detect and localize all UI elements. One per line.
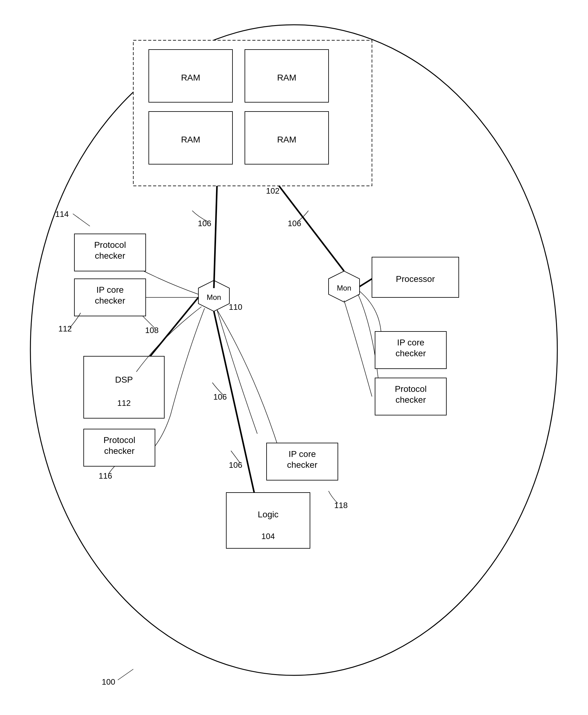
processor-label: Processor [396,274,435,284]
protocol-checker-3-label-line1: Protocol [395,384,427,394]
ref-116: 116 [99,471,112,480]
ip-core-checker-3-label-line2: checker [396,348,426,358]
monitor-1-label: Mon [207,293,221,301]
protocol-checker-3-label-line2: checker [396,395,426,405]
ref-108: 108 [145,326,159,335]
dsp-ref: 112 [117,398,130,408]
ref-106-c: 106 [213,392,227,402]
ram-label-2: RAM [277,73,296,82]
ip-core-checker-1-label-line2: checker [95,296,125,305]
ref-100: 100 [102,677,115,687]
monitor-2-label: Mon [337,284,352,292]
ref-110: 110 [229,302,242,312]
protocol-checker-2-label-line1: Protocol [104,435,135,445]
protocol-checker-2-label-line2: checker [104,446,134,456]
ram-label-1: RAM [181,73,200,82]
ref-106-d: 106 [229,460,242,470]
ref-114: 114 [55,210,68,219]
protocol-checker-1-label-line1: Protocol [94,240,126,250]
ref-112-left: 112 [58,324,71,333]
ip-core-checker-2-label-line2: checker [287,460,317,470]
diagram-svg: 100 RAM RAM RAM RAM 102 114 Mon 110 Mon … [0,0,588,715]
ref-102: 102 [266,186,279,195]
dsp-box [84,356,164,418]
ram-label-4: RAM [277,135,296,144]
ip-core-checker-1-label-line1: IP core [97,285,124,295]
ip-core-checker-3-label-line1: IP core [397,338,424,347]
logic-ref: 104 [261,532,275,541]
ip-core-checker-2-label-line1: IP core [289,449,316,459]
protocol-checker-1-label-line2: checker [95,251,125,261]
ram-label-3: RAM [181,135,200,144]
svg-line-0 [118,669,133,680]
dsp-label: DSP [115,375,133,385]
logic-label: Logic [258,510,279,519]
